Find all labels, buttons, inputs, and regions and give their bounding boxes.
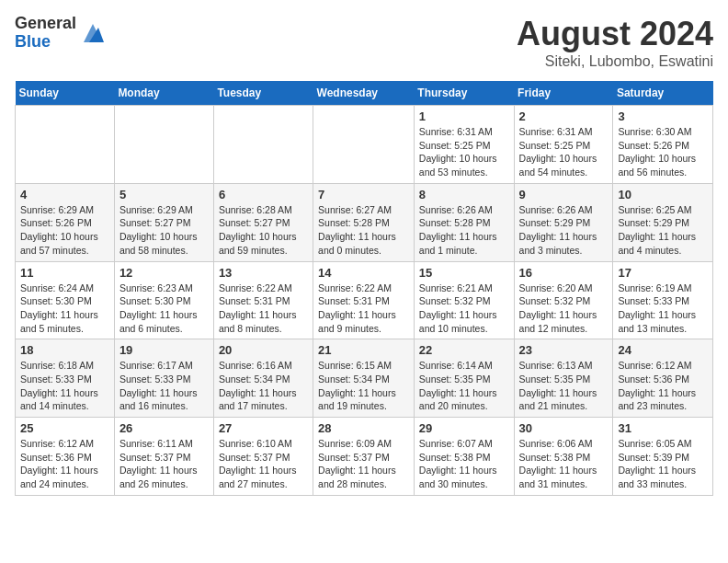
day-info: Sunrise: 6:16 AM Sunset: 5:34 PM Dayligh…	[219, 359, 308, 413]
day-number: 18	[20, 343, 109, 357]
calendar-cell: 24Sunrise: 6:12 AM Sunset: 5:36 PM Dayli…	[613, 339, 713, 418]
weekday-header-friday: Friday	[514, 81, 613, 106]
week-row-2: 4Sunrise: 6:29 AM Sunset: 5:26 PM Daylig…	[16, 183, 713, 261]
day-info: Sunrise: 6:06 AM Sunset: 5:38 PM Dayligh…	[519, 437, 609, 491]
calendar-cell: 10Sunrise: 6:25 AM Sunset: 5:29 PM Dayli…	[613, 183, 713, 261]
day-info: Sunrise: 6:31 AM Sunset: 5:25 PM Dayligh…	[519, 125, 609, 179]
calendar-cell: 18Sunrise: 6:18 AM Sunset: 5:33 PM Dayli…	[16, 339, 115, 418]
day-info: Sunrise: 6:23 AM Sunset: 5:30 PM Dayligh…	[119, 282, 209, 336]
day-info: Sunrise: 6:12 AM Sunset: 5:36 PM Dayligh…	[20, 437, 109, 491]
calendar-cell: 30Sunrise: 6:06 AM Sunset: 5:38 PM Dayli…	[514, 418, 613, 496]
day-number: 27	[219, 421, 308, 435]
calendar-cell: 28Sunrise: 6:09 AM Sunset: 5:37 PM Dayli…	[313, 418, 415, 496]
calendar-cell: 1Sunrise: 6:31 AM Sunset: 5:25 PM Daylig…	[414, 106, 514, 184]
weekday-header-sunday: Sunday	[16, 81, 115, 106]
weekday-header-thursday: Thursday	[414, 81, 514, 106]
day-number: 26	[119, 421, 209, 435]
day-info: Sunrise: 6:15 AM Sunset: 5:34 PM Dayligh…	[318, 359, 409, 413]
day-info: Sunrise: 6:21 AM Sunset: 5:32 PM Dayligh…	[419, 282, 509, 336]
day-info: Sunrise: 6:12 AM Sunset: 5:36 PM Dayligh…	[618, 359, 708, 413]
calendar-cell: 13Sunrise: 6:22 AM Sunset: 5:31 PM Dayli…	[213, 261, 313, 339]
weekday-header-wednesday: Wednesday	[313, 81, 415, 106]
day-number: 17	[618, 266, 708, 280]
day-info: Sunrise: 6:17 AM Sunset: 5:33 PM Dayligh…	[119, 359, 209, 413]
day-info: Sunrise: 6:05 AM Sunset: 5:39 PM Dayligh…	[618, 437, 708, 491]
week-row-3: 11Sunrise: 6:24 AM Sunset: 5:30 PM Dayli…	[16, 261, 713, 339]
logo-general: General	[15, 15, 76, 33]
day-number: 30	[519, 421, 609, 435]
day-number: 28	[318, 421, 409, 435]
calendar-cell: 6Sunrise: 6:28 AM Sunset: 5:27 PM Daylig…	[213, 183, 313, 261]
calendar-cell	[313, 106, 415, 184]
day-number: 2	[519, 109, 609, 123]
calendar-cell: 23Sunrise: 6:13 AM Sunset: 5:35 PM Dayli…	[514, 339, 613, 418]
week-row-1: 1Sunrise: 6:31 AM Sunset: 5:25 PM Daylig…	[16, 106, 713, 184]
day-info: Sunrise: 6:18 AM Sunset: 5:33 PM Dayligh…	[20, 359, 109, 413]
week-row-5: 25Sunrise: 6:12 AM Sunset: 5:36 PM Dayli…	[16, 418, 713, 496]
day-info: Sunrise: 6:14 AM Sunset: 5:35 PM Dayligh…	[419, 359, 509, 413]
calendar-cell: 11Sunrise: 6:24 AM Sunset: 5:30 PM Dayli…	[16, 261, 115, 339]
day-number: 11	[20, 266, 109, 280]
day-info: Sunrise: 6:29 AM Sunset: 5:26 PM Dayligh…	[20, 203, 109, 258]
page-header: General Blue August 2024 Siteki, Lubombo…	[15, 15, 713, 70]
day-info: Sunrise: 6:13 AM Sunset: 5:35 PM Dayligh…	[519, 359, 609, 413]
weekday-header-row: SundayMondayTuesdayWednesdayThursdayFrid…	[16, 81, 713, 106]
day-info: Sunrise: 6:25 AM Sunset: 5:29 PM Dayligh…	[618, 203, 708, 258]
day-number: 8	[419, 188, 509, 201]
day-info: Sunrise: 6:10 AM Sunset: 5:37 PM Dayligh…	[219, 437, 308, 491]
day-number: 15	[419, 266, 509, 280]
calendar-cell: 22Sunrise: 6:14 AM Sunset: 5:35 PM Dayli…	[414, 339, 514, 418]
calendar-cell: 9Sunrise: 6:26 AM Sunset: 5:29 PM Daylig…	[514, 183, 613, 261]
calendar-cell	[213, 106, 313, 184]
logo: General Blue	[15, 15, 106, 52]
day-info: Sunrise: 6:24 AM Sunset: 5:30 PM Dayligh…	[20, 282, 109, 336]
week-row-4: 18Sunrise: 6:18 AM Sunset: 5:33 PM Dayli…	[16, 339, 713, 418]
calendar-cell: 4Sunrise: 6:29 AM Sunset: 5:26 PM Daylig…	[16, 183, 115, 261]
day-number: 1	[419, 109, 509, 123]
calendar-cell: 21Sunrise: 6:15 AM Sunset: 5:34 PM Dayli…	[313, 339, 415, 418]
location-subtitle: Siteki, Lubombo, Eswatini	[517, 53, 713, 70]
day-number: 5	[119, 188, 209, 201]
day-info: Sunrise: 6:22 AM Sunset: 5:31 PM Dayligh…	[219, 282, 308, 336]
calendar-cell: 31Sunrise: 6:05 AM Sunset: 5:39 PM Dayli…	[613, 418, 713, 496]
day-number: 4	[20, 188, 109, 201]
title-block: August 2024 Siteki, Lubombo, Eswatini	[517, 15, 713, 70]
day-info: Sunrise: 6:27 AM Sunset: 5:28 PM Dayligh…	[318, 203, 409, 258]
day-number: 21	[318, 343, 409, 357]
calendar-cell: 27Sunrise: 6:10 AM Sunset: 5:37 PM Dayli…	[213, 418, 313, 496]
calendar-header: SundayMondayTuesdayWednesdayThursdayFrid…	[16, 81, 713, 106]
day-number: 3	[618, 109, 708, 123]
calendar-table: SundayMondayTuesdayWednesdayThursdayFrid…	[15, 81, 713, 496]
day-number: 9	[519, 188, 609, 201]
day-info: Sunrise: 6:22 AM Sunset: 5:31 PM Dayligh…	[318, 282, 409, 336]
day-number: 6	[219, 188, 308, 201]
calendar-cell: 14Sunrise: 6:22 AM Sunset: 5:31 PM Dayli…	[313, 261, 415, 339]
calendar-cell: 17Sunrise: 6:19 AM Sunset: 5:33 PM Dayli…	[613, 261, 713, 339]
day-info: Sunrise: 6:29 AM Sunset: 5:27 PM Dayligh…	[119, 203, 209, 258]
day-number: 7	[318, 188, 409, 201]
day-number: 23	[519, 343, 609, 357]
day-number: 14	[318, 266, 409, 280]
day-info: Sunrise: 6:28 AM Sunset: 5:27 PM Dayligh…	[219, 203, 308, 258]
day-number: 31	[618, 421, 708, 435]
calendar-cell: 19Sunrise: 6:17 AM Sunset: 5:33 PM Dayli…	[114, 339, 213, 418]
weekday-header-tuesday: Tuesday	[213, 81, 313, 106]
calendar-cell: 8Sunrise: 6:26 AM Sunset: 5:28 PM Daylig…	[414, 183, 514, 261]
month-year-title: August 2024	[517, 15, 713, 53]
calendar-body: 1Sunrise: 6:31 AM Sunset: 5:25 PM Daylig…	[16, 106, 713, 496]
day-number: 13	[219, 266, 308, 280]
day-info: Sunrise: 6:07 AM Sunset: 5:38 PM Dayligh…	[419, 437, 509, 491]
calendar-cell: 3Sunrise: 6:30 AM Sunset: 5:26 PM Daylig…	[613, 106, 713, 184]
day-number: 12	[119, 266, 209, 280]
logo-blue: Blue	[15, 33, 76, 52]
calendar-cell: 25Sunrise: 6:12 AM Sunset: 5:36 PM Dayli…	[16, 418, 115, 496]
day-info: Sunrise: 6:20 AM Sunset: 5:32 PM Dayligh…	[519, 282, 609, 336]
day-info: Sunrise: 6:26 AM Sunset: 5:28 PM Dayligh…	[419, 203, 509, 258]
day-number: 25	[20, 421, 109, 435]
calendar-cell: 29Sunrise: 6:07 AM Sunset: 5:38 PM Dayli…	[414, 418, 514, 496]
day-info: Sunrise: 6:31 AM Sunset: 5:25 PM Dayligh…	[419, 125, 509, 179]
day-number: 24	[618, 343, 708, 357]
calendar-cell	[114, 106, 213, 184]
calendar-cell: 2Sunrise: 6:31 AM Sunset: 5:25 PM Daylig…	[514, 106, 613, 184]
day-number: 19	[119, 343, 209, 357]
